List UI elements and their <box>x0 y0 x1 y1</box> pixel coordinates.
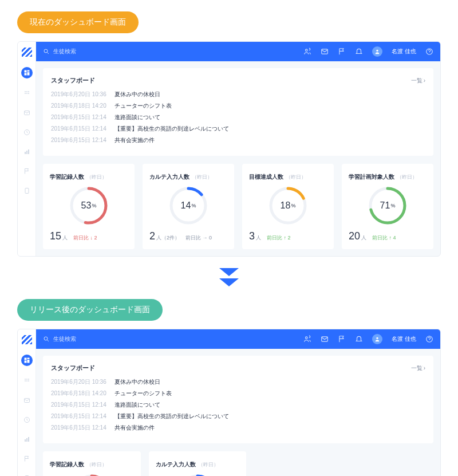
svg-point-3 <box>25 93 26 94</box>
side-chart-icon[interactable] <box>22 435 31 444</box>
side-doc-icon[interactable] <box>22 474 31 476</box>
side-flag-icon[interactable] <box>22 167 31 176</box>
board-date: 2019年6月20日 10:36 <box>51 378 106 386</box>
bell-icon[interactable] <box>355 48 363 56</box>
board-date: 2019年6月20日 10:36 <box>51 91 106 99</box>
user-name[interactable]: 名渡 佳也 <box>392 48 416 56</box>
stats-cards-after: 学習記録人数（昨日）53%15人前日比 ↓ 2カルテ入力人数（昨日）14%2人（… <box>43 451 433 476</box>
user-name[interactable]: 名渡 佳也 <box>392 335 416 343</box>
mail-icon[interactable] <box>321 48 329 56</box>
side-mail-icon[interactable] <box>22 396 31 405</box>
board-list-link[interactable]: 一覧 › <box>411 364 425 372</box>
card-count: 2人（2件） <box>149 230 180 242</box>
board-text: 共有会実施の件 <box>114 136 155 144</box>
donut-value: 71% <box>368 186 408 226</box>
board-row[interactable]: 2019年6月15日 12:14共有会実施の件 <box>51 424 425 432</box>
side-clock-icon[interactable] <box>22 415 31 424</box>
svg-point-4 <box>26 93 27 94</box>
topbar-icons: 名渡 佳也 <box>303 334 433 344</box>
flag-icon[interactable] <box>338 335 346 343</box>
card-count: 3人 <box>249 230 261 242</box>
board-text: 進路面談について <box>114 113 160 121</box>
help-icon[interactable] <box>425 48 433 56</box>
help-icon[interactable] <box>425 335 433 343</box>
board-row[interactable]: 2019年6月20日 10:36夏休み中の休校日 <box>51 91 425 99</box>
stat-card: 目標達成人数（昨日）18%3人前日比 ↑ 2 <box>242 164 334 249</box>
board-row[interactable]: 2019年6月20日 10:36夏休み中の休校日 <box>51 378 425 386</box>
board-list-link[interactable]: 一覧 › <box>411 77 425 85</box>
content: スタッフボード 一覧 › 2019年6月20日 10:36夏休み中の休校日201… <box>36 349 440 476</box>
users-icon[interactable] <box>303 48 311 56</box>
bell-icon[interactable] <box>355 335 363 343</box>
svg-point-12 <box>44 49 48 53</box>
board-text: 進路面談について <box>114 401 160 409</box>
donut-value: 14% <box>168 186 208 226</box>
board-date: 2019年6月15日 12:14 <box>51 113 106 121</box>
staff-board: スタッフボード 一覧 › 2019年6月20日 10:36夏休み中の休校日201… <box>43 356 433 443</box>
svg-point-29 <box>26 380 27 381</box>
svg-point-15 <box>377 50 378 52</box>
board-date: 2019年6月15日 12:14 <box>51 136 106 144</box>
board-row[interactable]: 2019年6月18日 14:20チューターのシフト表 <box>51 390 425 398</box>
side-chart-icon[interactable] <box>22 147 31 156</box>
svg-point-27 <box>28 379 29 380</box>
flag-icon[interactable] <box>338 48 346 56</box>
avatar[interactable] <box>372 334 382 344</box>
side-grid-icon[interactable] <box>22 89 31 98</box>
svg-point-2 <box>28 91 29 92</box>
donut-chart: 14% <box>149 181 227 230</box>
svg-rect-34 <box>26 438 27 442</box>
board-date: 2019年6月18日 14:20 <box>51 102 106 110</box>
search-input[interactable]: 生徒検索 <box>43 48 299 56</box>
board-text: 夏休み中の休校日 <box>114 378 160 386</box>
side-dashboard-icon[interactable] <box>21 67 33 78</box>
sidebar <box>18 42 36 256</box>
board-row[interactable]: 2019年6月15日 12:14進路面談について <box>51 113 425 121</box>
card-title: 学習記録人数 <box>50 174 84 180</box>
card-title: 学習計画対象人数 <box>349 174 394 180</box>
donut-value: 53% <box>72 473 112 476</box>
side-grid-icon[interactable] <box>22 376 31 385</box>
svg-point-30 <box>28 380 29 381</box>
card-title: 目標達成人数 <box>249 174 283 180</box>
board-text: チューターのシフト表 <box>114 102 172 110</box>
board-row[interactable]: 2019年6月15日 12:14進路面談について <box>51 401 425 409</box>
badge-current: 現在のダッシュボード画面 <box>17 11 139 33</box>
search-placeholder: 生徒検索 <box>53 48 76 56</box>
board-row[interactable]: 2019年6月18日 14:20チューターのシフト表 <box>51 102 425 110</box>
svg-rect-35 <box>28 437 29 442</box>
card-title: カルテ入力人数 <box>156 461 196 467</box>
app-current: 生徒検索 名渡 佳也 スタッフボード 一覧 › 2019年6月20日 10:36… <box>17 41 441 257</box>
avatar[interactable] <box>372 46 382 57</box>
board-text: 共有会実施の件 <box>114 424 155 432</box>
board-date: 2019年6月15日 12:14 <box>51 412 106 420</box>
board-row[interactable]: 2019年6月15日 12:14【重要】高校生の英語の到達レベルについて <box>51 125 425 133</box>
board-date: 2019年6月15日 12:14 <box>51 401 106 409</box>
side-doc-icon[interactable] <box>22 186 31 195</box>
mail-icon[interactable] <box>321 335 329 343</box>
board-text: 【重要】高校生の英語の到達レベルについて <box>114 125 229 133</box>
board-row[interactable]: 2019年6月15日 12:14共有会実施の件 <box>51 136 425 144</box>
side-clock-icon[interactable] <box>22 128 31 137</box>
donut-value: 14% <box>177 473 218 476</box>
card-count: 15人 <box>50 230 68 242</box>
logo-icon <box>22 335 32 344</box>
card-subtitle: （昨日） <box>86 174 107 180</box>
board-row[interactable]: 2019年6月15日 12:14【重要】高校生の英語の到達レベルについて <box>51 412 425 420</box>
svg-point-37 <box>44 337 48 340</box>
search-icon <box>43 336 50 343</box>
users-icon[interactable] <box>303 335 311 343</box>
side-flag-icon[interactable] <box>22 454 31 463</box>
board-date: 2019年6月15日 12:14 <box>51 125 106 133</box>
side-dashboard-icon[interactable] <box>21 355 33 366</box>
card-subtitle: （昨日） <box>286 174 306 180</box>
board-title: スタッフボード <box>51 76 95 85</box>
search-icon <box>43 48 50 55</box>
topbar: 生徒検索 名渡 佳也 <box>36 42 440 61</box>
card-subtitle: （昨日） <box>198 462 219 467</box>
search-input[interactable]: 生徒検索 <box>43 335 299 343</box>
content: スタッフボード 一覧 › 2019年6月20日 10:36夏休み中の休校日201… <box>36 61 440 256</box>
donut-chart: 14% <box>156 469 240 476</box>
side-mail-icon[interactable] <box>22 108 31 117</box>
app-after: 生徒検索 名渡 佳也 スタッフボード 一覧 › 2019年6月20日 10:36… <box>17 329 441 476</box>
